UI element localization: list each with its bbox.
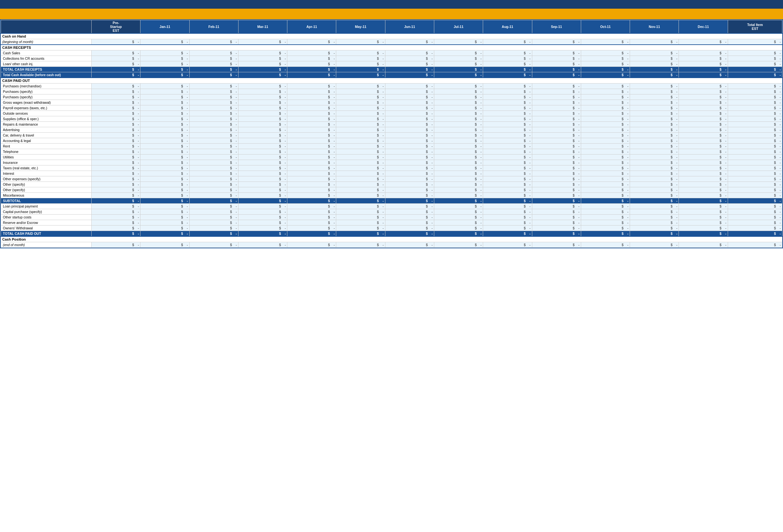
total-value-cell[interactable]: $ - bbox=[532, 67, 581, 72]
value-cell[interactable]: $ - bbox=[483, 122, 532, 127]
value-cell[interactable]: $ - bbox=[336, 111, 385, 116]
subtotal-value-cell[interactable]: $ - bbox=[581, 198, 630, 204]
value-cell[interactable]: $ - bbox=[532, 61, 581, 67]
value-cell[interactable]: $ - bbox=[728, 39, 782, 45]
total-value-cell[interactable]: $ - bbox=[336, 231, 385, 237]
value-cell[interactable]: $ - bbox=[92, 155, 140, 160]
subtotal-value-cell[interactable]: $ - bbox=[336, 198, 385, 204]
value-cell[interactable]: $ - bbox=[581, 95, 630, 100]
value-cell[interactable]: $ - bbox=[728, 138, 782, 143]
subtotal-value-cell[interactable]: $ - bbox=[189, 198, 238, 204]
value-cell[interactable]: $ - bbox=[336, 127, 385, 133]
value-cell[interactable]: $ - bbox=[679, 160, 728, 165]
value-cell[interactable]: $ - bbox=[532, 193, 581, 198]
value-cell[interactable]: $ - bbox=[336, 84, 385, 89]
value-cell[interactable]: $ - bbox=[581, 111, 630, 116]
value-cell[interactable]: $ - bbox=[728, 89, 782, 95]
value-cell[interactable]: $ - bbox=[287, 160, 336, 165]
value-cell[interactable]: $ - bbox=[92, 226, 140, 231]
value-cell[interactable]: $ - bbox=[483, 51, 532, 56]
value-cell[interactable]: $ - bbox=[434, 133, 483, 138]
value-cell[interactable]: $ - bbox=[483, 116, 532, 122]
value-cell[interactable]: $ - bbox=[728, 51, 782, 56]
avail-value-cell[interactable]: $ - bbox=[238, 72, 287, 78]
value-cell[interactable]: $ - bbox=[140, 51, 189, 56]
value-cell[interactable]: $ - bbox=[385, 204, 434, 209]
value-cell[interactable]: $ - bbox=[532, 133, 581, 138]
subtotal-value-cell[interactable]: $ - bbox=[532, 198, 581, 204]
value-cell[interactable]: $ - bbox=[287, 122, 336, 127]
value-cell[interactable]: $ - bbox=[728, 220, 782, 226]
value-cell[interactable]: $ - bbox=[728, 209, 782, 214]
value-cell[interactable]: $ - bbox=[238, 242, 287, 248]
total-value-cell[interactable]: $ - bbox=[385, 231, 434, 237]
value-cell[interactable]: $ - bbox=[630, 84, 679, 89]
value-cell[interactable]: $ - bbox=[434, 39, 483, 45]
value-cell[interactable]: $ - bbox=[434, 165, 483, 171]
value-cell[interactable]: $ - bbox=[679, 89, 728, 95]
value-cell[interactable]: $ - bbox=[532, 111, 581, 116]
value-cell[interactable]: $ - bbox=[385, 95, 434, 100]
value-cell[interactable]: $ - bbox=[92, 149, 140, 155]
value-cell[interactable]: $ - bbox=[581, 176, 630, 182]
total-value-cell[interactable]: $ - bbox=[434, 67, 483, 72]
avail-value-cell[interactable]: $ - bbox=[140, 72, 189, 78]
value-cell[interactable]: $ - bbox=[434, 116, 483, 122]
value-cell[interactable]: $ - bbox=[287, 39, 336, 45]
value-cell[interactable]: $ - bbox=[679, 209, 728, 214]
value-cell[interactable]: $ - bbox=[532, 226, 581, 231]
value-cell[interactable]: $ - bbox=[189, 122, 238, 127]
value-cell[interactable]: $ - bbox=[679, 242, 728, 248]
value-cell[interactable]: $ - bbox=[287, 133, 336, 138]
value-cell[interactable]: $ - bbox=[92, 111, 140, 116]
value-cell[interactable]: $ - bbox=[140, 220, 189, 226]
value-cell[interactable]: $ - bbox=[336, 171, 385, 176]
value-cell[interactable]: $ - bbox=[238, 182, 287, 187]
value-cell[interactable]: $ - bbox=[581, 39, 630, 45]
value-cell[interactable]: $ - bbox=[140, 84, 189, 89]
value-cell[interactable]: $ - bbox=[287, 116, 336, 122]
value-cell[interactable]: $ - bbox=[532, 149, 581, 155]
subtotal-value-cell[interactable]: $ - bbox=[728, 198, 782, 204]
value-cell[interactable]: $ - bbox=[385, 127, 434, 133]
value-cell[interactable]: $ - bbox=[92, 56, 140, 61]
value-cell[interactable]: $ - bbox=[630, 220, 679, 226]
value-cell[interactable]: $ - bbox=[728, 84, 782, 89]
value-cell[interactable]: $ - bbox=[238, 220, 287, 226]
avail-value-cell[interactable]: $ - bbox=[581, 72, 630, 78]
total-value-cell[interactable]: $ - bbox=[630, 231, 679, 237]
value-cell[interactable]: $ - bbox=[630, 155, 679, 160]
value-cell[interactable]: $ - bbox=[189, 111, 238, 116]
value-cell[interactable]: $ - bbox=[581, 100, 630, 105]
value-cell[interactable]: $ - bbox=[92, 165, 140, 171]
value-cell[interactable]: $ - bbox=[483, 61, 532, 67]
value-cell[interactable]: $ - bbox=[483, 89, 532, 95]
value-cell[interactable]: $ - bbox=[728, 143, 782, 149]
value-cell[interactable]: $ - bbox=[679, 116, 728, 122]
value-cell[interactable]: $ - bbox=[189, 176, 238, 182]
value-cell[interactable]: $ - bbox=[140, 155, 189, 160]
value-cell[interactable]: $ - bbox=[630, 116, 679, 122]
value-cell[interactable]: $ - bbox=[336, 105, 385, 111]
value-cell[interactable]: $ - bbox=[238, 127, 287, 133]
value-cell[interactable]: $ - bbox=[483, 187, 532, 193]
value-cell[interactable]: $ - bbox=[728, 56, 782, 61]
value-cell[interactable]: $ - bbox=[336, 209, 385, 214]
value-cell[interactable]: $ - bbox=[336, 100, 385, 105]
value-cell[interactable]: $ - bbox=[532, 182, 581, 187]
value-cell[interactable]: $ - bbox=[238, 122, 287, 127]
value-cell[interactable]: $ - bbox=[434, 226, 483, 231]
value-cell[interactable]: $ - bbox=[287, 155, 336, 160]
value-cell[interactable]: $ - bbox=[630, 95, 679, 100]
total-value-cell[interactable]: $ - bbox=[679, 67, 728, 72]
value-cell[interactable]: $ - bbox=[532, 214, 581, 220]
value-cell[interactable]: $ - bbox=[189, 165, 238, 171]
total-value-cell[interactable]: $ - bbox=[581, 231, 630, 237]
value-cell[interactable]: $ - bbox=[238, 116, 287, 122]
value-cell[interactable]: $ - bbox=[336, 89, 385, 95]
value-cell[interactable]: $ - bbox=[630, 214, 679, 220]
value-cell[interactable]: $ - bbox=[581, 105, 630, 111]
value-cell[interactable]: $ - bbox=[287, 242, 336, 248]
total-value-cell[interactable]: $ - bbox=[140, 231, 189, 237]
value-cell[interactable]: $ - bbox=[728, 149, 782, 155]
